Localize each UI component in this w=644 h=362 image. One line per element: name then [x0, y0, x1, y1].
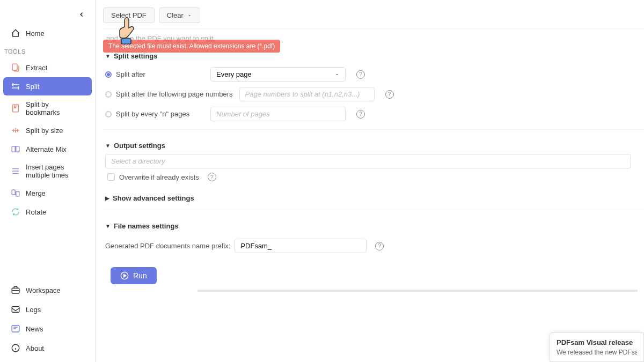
sidebar-label: About: [26, 344, 44, 352]
select-value: Every page: [216, 70, 252, 78]
help-icon[interactable]: ?: [356, 70, 365, 79]
help-icon[interactable]: ?: [208, 173, 216, 181]
logs-icon: [11, 305, 20, 314]
sidebar-label: Split by size: [26, 127, 63, 135]
home-icon: [11, 28, 20, 38]
radio-icon: [105, 91, 112, 98]
news-icon: [11, 324, 20, 334]
overwrite-label: Overwrite if already exists: [119, 173, 199, 181]
run-button[interactable]: Run: [111, 267, 157, 284]
sidebar-item-alternate-mix[interactable]: Alternate Mix: [3, 140, 92, 158]
chevron-down-icon: [187, 13, 192, 18]
sidebar-item-split-bookmarks[interactable]: Split by bookmarks: [3, 96, 92, 121]
news-title: PDFsam Visual release: [557, 338, 637, 346]
prefix-input[interactable]: [235, 239, 367, 253]
output-directory-input[interactable]: [105, 154, 631, 168]
filenames-settings-header[interactable]: ▼ File names settings: [105, 218, 642, 234]
run-label: Run: [133, 271, 147, 280]
clear-label: Clear: [167, 11, 184, 19]
sidebar-collapse-button[interactable]: [78, 11, 85, 20]
radio-split-after-pages[interactable]: Split after the following page numbers: [105, 90, 233, 98]
section-title: Split settings: [114, 52, 158, 60]
insert-icon: [11, 166, 20, 176]
sidebar-item-insert-pages[interactable]: Insert pages multiple times: [3, 159, 92, 183]
radio-icon: [105, 71, 112, 78]
news-body: We released the new PDFsam Vis: [557, 349, 637, 356]
size-icon: [11, 125, 20, 135]
briefcase-icon: [11, 285, 20, 295]
play-icon: [120, 271, 129, 280]
sidebar-label: Home: [26, 29, 45, 38]
sidebar-label: Alternate Mix: [26, 145, 67, 153]
split-after-select[interactable]: Every page: [210, 67, 346, 82]
radio-split-after[interactable]: Split after: [105, 70, 204, 78]
expand-toggle-icon: ▶: [105, 195, 109, 201]
svg-rect-10: [121, 39, 131, 44]
sidebar-item-split-size[interactable]: Split by size: [3, 121, 92, 139]
sidebar-label: Insert pages multiple times: [26, 163, 84, 179]
split-icon: [11, 82, 20, 91]
radio-label: Split after: [116, 70, 145, 78]
bookmark-icon: [11, 104, 20, 113]
chevron-down-icon: [334, 72, 340, 77]
overwrite-checkbox[interactable]: [107, 173, 115, 181]
radio-label: Split by every "n" pages: [116, 110, 189, 118]
radio-split-every-n[interactable]: Split by every "n" pages: [105, 110, 204, 118]
sidebar-item-about[interactable]: About: [3, 339, 92, 357]
help-icon[interactable]: ?: [385, 90, 394, 99]
sidebar-item-home[interactable]: Home: [3, 24, 92, 42]
clear-button[interactable]: Clear: [159, 8, 200, 23]
section-title: File names settings: [114, 222, 179, 230]
collapse-toggle-icon: ▼: [105, 223, 111, 229]
progress-bar: [197, 290, 638, 292]
svg-rect-5: [16, 191, 19, 196]
n-pages-input[interactable]: [210, 107, 346, 121]
sidebar-label: Split: [26, 83, 39, 91]
sidebar-label: Extract: [26, 64, 47, 72]
collapse-toggle-icon: ▼: [105, 143, 111, 149]
rotate-icon: [11, 207, 20, 217]
sidebar-item-news[interactable]: News: [3, 320, 92, 338]
output-settings-header[interactable]: ▼ Output settings: [105, 137, 642, 154]
help-icon[interactable]: ?: [375, 242, 384, 250]
radio-icon: [105, 111, 112, 117]
svg-rect-4: [12, 190, 15, 195]
sidebar-label: Split by bookmarks: [26, 100, 84, 116]
mix-icon: [11, 144, 20, 154]
sidebar-label: Rotate: [26, 208, 46, 216]
merge-icon: [11, 188, 20, 198]
sidebar-item-extract[interactable]: Extract: [3, 58, 92, 77]
section-title: Show advanced settings: [113, 194, 194, 202]
prefix-label: Generated PDF documents name prefix:: [105, 242, 230, 250]
collapse-toggle-icon: ▼: [105, 53, 111, 59]
news-popup[interactable]: PDFsam Visual release We released the ne…: [550, 333, 644, 362]
sidebar-label: Workspace: [26, 286, 61, 294]
sidebar-label: Logs: [26, 306, 41, 314]
hand-cursor-overlay: [117, 16, 140, 49]
sidebar-item-merge[interactable]: Merge: [3, 184, 92, 202]
sidebar-label: News: [26, 325, 43, 333]
sidebar-item-logs[interactable]: Logs: [3, 300, 92, 319]
info-icon: [11, 343, 20, 353]
extract-icon: [11, 63, 20, 72]
sidebar-tools-header: TOOLS: [0, 43, 95, 58]
help-icon[interactable]: ?: [356, 110, 365, 119]
sidebar-item-workspace[interactable]: Workspace: [3, 281, 92, 299]
sidebar-item-rotate[interactable]: Rotate: [3, 203, 92, 221]
sidebar-label: Merge: [26, 189, 46, 197]
radio-label: Split after the following page numbers: [116, 90, 233, 98]
sidebar-item-split[interactable]: Split: [3, 77, 92, 95]
section-title: Output settings: [114, 142, 165, 150]
svg-rect-0: [12, 64, 17, 70]
advanced-settings-header[interactable]: ▶ Show advanced settings: [105, 190, 642, 206]
page-numbers-input[interactable]: [239, 87, 375, 101]
